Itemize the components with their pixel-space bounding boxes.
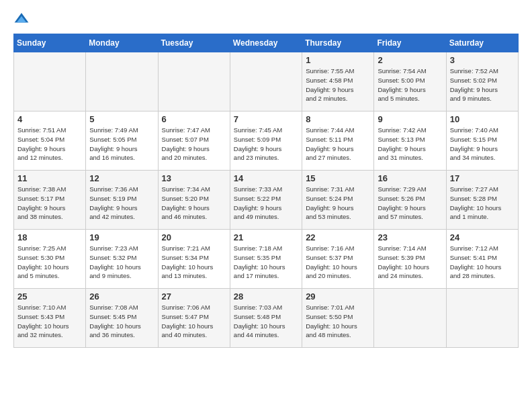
week-row-1: 1Sunrise: 7:55 AM Sunset: 4:58 PM Daylig… [14, 52, 519, 111]
day-cell: 19Sunrise: 7:23 AM Sunset: 5:32 PM Dayli… [86, 230, 158, 289]
day-cell: 28Sunrise: 7:03 AM Sunset: 5:48 PM Dayli… [230, 289, 302, 348]
day-cell: 17Sunrise: 7:27 AM Sunset: 5:28 PM Dayli… [446, 171, 518, 230]
day-cell: 11Sunrise: 7:38 AM Sunset: 5:17 PM Dayli… [14, 171, 86, 230]
day-cell: 21Sunrise: 7:18 AM Sunset: 5:35 PM Dayli… [230, 230, 302, 289]
day-cell [230, 52, 302, 111]
day-cell: 24Sunrise: 7:12 AM Sunset: 5:41 PM Dayli… [446, 230, 518, 289]
day-number: 18 [17, 232, 82, 242]
day-cell: 18Sunrise: 7:25 AM Sunset: 5:30 PM Dayli… [14, 230, 86, 289]
header-row: SundayMondayTuesdayWednesdayThursdayFrid… [14, 34, 519, 52]
day-number: 25 [17, 291, 82, 302]
day-cell: 26Sunrise: 7:08 AM Sunset: 5:45 PM Dayli… [86, 289, 158, 348]
day-number: 23 [378, 232, 442, 242]
day-cell: 14Sunrise: 7:33 AM Sunset: 5:22 PM Dayli… [230, 171, 302, 230]
day-number: 6 [162, 114, 226, 124]
day-cell: 12Sunrise: 7:36 AM Sunset: 5:19 PM Dayli… [86, 171, 158, 230]
day-cell: 29Sunrise: 7:01 AM Sunset: 5:50 PM Dayli… [302, 289, 374, 348]
day-cell [374, 289, 446, 348]
day-info: Sunrise: 7:33 AM Sunset: 5:22 PM Dayligh… [234, 185, 298, 222]
day-cell: 9Sunrise: 7:42 AM Sunset: 5:13 PM Daylig… [374, 111, 446, 171]
day-info: Sunrise: 7:25 AM Sunset: 5:30 PM Dayligh… [17, 244, 82, 281]
col-header-friday: Friday [374, 34, 446, 52]
day-info: Sunrise: 7:34 AM Sunset: 5:20 PM Dayligh… [162, 185, 226, 222]
day-info: Sunrise: 7:03 AM Sunset: 5:48 PM Dayligh… [234, 303, 298, 340]
day-info: Sunrise: 7:31 AM Sunset: 5:24 PM Dayligh… [306, 185, 370, 222]
calendar-table: SundayMondayTuesdayWednesdayThursdayFrid… [13, 34, 519, 348]
day-info: Sunrise: 7:14 AM Sunset: 5:39 PM Dayligh… [378, 244, 442, 281]
day-info: Sunrise: 7:52 AM Sunset: 5:02 PM Dayligh… [450, 66, 515, 103]
day-info: Sunrise: 7:21 AM Sunset: 5:34 PM Dayligh… [162, 244, 226, 281]
day-cell: 7Sunrise: 7:45 AM Sunset: 5:09 PM Daylig… [230, 111, 302, 171]
day-number: 22 [306, 232, 370, 242]
day-cell: 3Sunrise: 7:52 AM Sunset: 5:02 PM Daylig… [446, 52, 518, 111]
day-cell: 20Sunrise: 7:21 AM Sunset: 5:34 PM Dayli… [158, 230, 230, 289]
day-number: 5 [89, 114, 154, 124]
day-info: Sunrise: 7:27 AM Sunset: 5:28 PM Dayligh… [450, 185, 515, 222]
day-number: 11 [17, 173, 82, 183]
day-info: Sunrise: 7:18 AM Sunset: 5:35 PM Dayligh… [234, 244, 298, 281]
col-header-sunday: Sunday [14, 34, 86, 52]
day-info: Sunrise: 7:38 AM Sunset: 5:17 PM Dayligh… [17, 185, 82, 222]
day-cell: 16Sunrise: 7:29 AM Sunset: 5:26 PM Dayli… [374, 171, 446, 230]
day-cell [158, 52, 230, 111]
day-info: Sunrise: 7:55 AM Sunset: 4:58 PM Dayligh… [306, 66, 370, 103]
col-header-tuesday: Tuesday [158, 34, 230, 52]
day-cell: 10Sunrise: 7:40 AM Sunset: 5:15 PM Dayli… [446, 111, 518, 171]
day-number: 1 [306, 55, 370, 65]
day-info: Sunrise: 7:16 AM Sunset: 5:37 PM Dayligh… [306, 244, 370, 281]
day-number: 27 [162, 291, 226, 302]
day-number: 24 [450, 232, 515, 242]
day-cell: 22Sunrise: 7:16 AM Sunset: 5:37 PM Dayli… [302, 230, 374, 289]
day-cell [446, 289, 518, 348]
day-cell: 8Sunrise: 7:44 AM Sunset: 5:11 PM Daylig… [302, 111, 374, 171]
day-cell: 23Sunrise: 7:14 AM Sunset: 5:39 PM Dayli… [374, 230, 446, 289]
col-header-wednesday: Wednesday [230, 34, 302, 52]
day-number: 4 [17, 114, 82, 124]
day-number: 26 [89, 291, 154, 302]
day-number: 21 [234, 232, 298, 242]
day-info: Sunrise: 7:54 AM Sunset: 5:00 PM Dayligh… [378, 66, 442, 103]
day-info: Sunrise: 7:49 AM Sunset: 5:05 PM Dayligh… [89, 126, 154, 163]
day-info: Sunrise: 7:44 AM Sunset: 5:11 PM Dayligh… [306, 126, 370, 163]
week-row-5: 25Sunrise: 7:10 AM Sunset: 5:43 PM Dayli… [14, 289, 519, 348]
day-number: 9 [378, 114, 442, 124]
day-number: 2 [378, 55, 442, 65]
day-cell: 25Sunrise: 7:10 AM Sunset: 5:43 PM Dayli… [14, 289, 86, 348]
day-info: Sunrise: 7:29 AM Sunset: 5:26 PM Dayligh… [378, 185, 442, 222]
day-cell: 4Sunrise: 7:51 AM Sunset: 5:04 PM Daylig… [14, 111, 86, 171]
day-number: 12 [89, 173, 154, 183]
day-cell: 13Sunrise: 7:34 AM Sunset: 5:20 PM Dayli… [158, 171, 230, 230]
day-number: 28 [234, 291, 298, 302]
day-cell: 15Sunrise: 7:31 AM Sunset: 5:24 PM Dayli… [302, 171, 374, 230]
day-number: 20 [162, 232, 226, 242]
day-number: 13 [162, 173, 226, 183]
day-cell [14, 52, 86, 111]
day-number: 16 [378, 173, 442, 183]
day-cell: 27Sunrise: 7:06 AM Sunset: 5:47 PM Dayli… [158, 289, 230, 348]
day-info: Sunrise: 7:12 AM Sunset: 5:41 PM Dayligh… [450, 244, 515, 281]
day-number: 3 [450, 55, 515, 65]
week-row-2: 4Sunrise: 7:51 AM Sunset: 5:04 PM Daylig… [14, 111, 519, 171]
header [13, 11, 519, 27]
day-info: Sunrise: 7:23 AM Sunset: 5:32 PM Dayligh… [89, 244, 154, 281]
day-number: 15 [306, 173, 370, 183]
day-number: 8 [306, 114, 370, 124]
week-row-3: 11Sunrise: 7:38 AM Sunset: 5:17 PM Dayli… [14, 171, 519, 230]
col-header-monday: Monday [86, 34, 158, 52]
logo [13, 11, 32, 27]
day-info: Sunrise: 7:08 AM Sunset: 5:45 PM Dayligh… [89, 303, 154, 340]
day-info: Sunrise: 7:36 AM Sunset: 5:19 PM Dayligh… [89, 185, 154, 222]
logo-icon [13, 11, 30, 27]
day-cell: 5Sunrise: 7:49 AM Sunset: 5:05 PM Daylig… [86, 111, 158, 171]
day-info: Sunrise: 7:06 AM Sunset: 5:47 PM Dayligh… [162, 303, 226, 340]
day-info: Sunrise: 7:10 AM Sunset: 5:43 PM Dayligh… [17, 303, 82, 340]
col-header-saturday: Saturday [446, 34, 518, 52]
day-info: Sunrise: 7:42 AM Sunset: 5:13 PM Dayligh… [378, 126, 442, 163]
day-info: Sunrise: 7:01 AM Sunset: 5:50 PM Dayligh… [306, 303, 370, 340]
day-cell: 2Sunrise: 7:54 AM Sunset: 5:00 PM Daylig… [374, 52, 446, 111]
day-info: Sunrise: 7:51 AM Sunset: 5:04 PM Dayligh… [17, 126, 82, 163]
day-cell: 6Sunrise: 7:47 AM Sunset: 5:07 PM Daylig… [158, 111, 230, 171]
day-number: 10 [450, 114, 515, 124]
day-number: 7 [234, 114, 298, 124]
week-row-4: 18Sunrise: 7:25 AM Sunset: 5:30 PM Dayli… [14, 230, 519, 289]
